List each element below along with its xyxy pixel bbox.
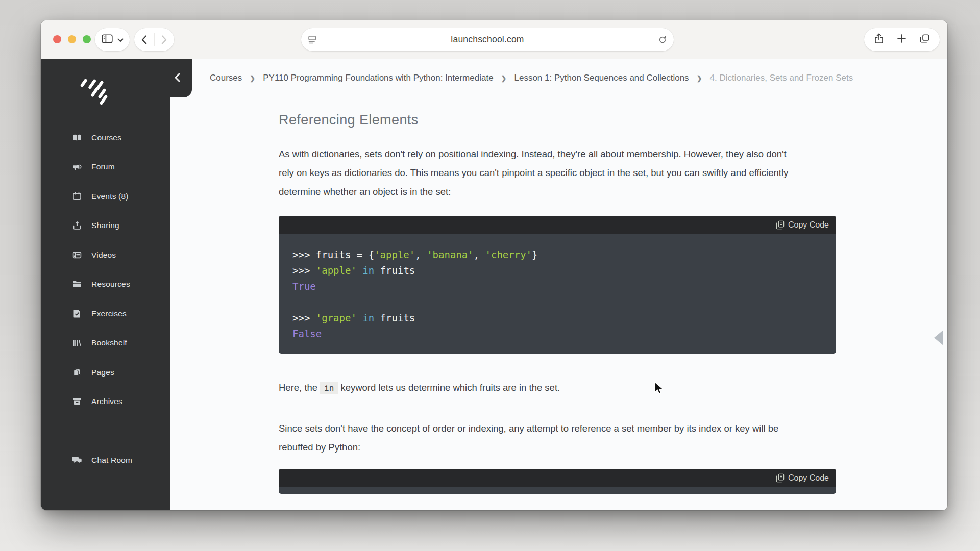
sidebar-toggle-icon — [102, 34, 113, 45]
pages-icon — [71, 367, 83, 378]
launch-school-logo[interactable] — [79, 75, 110, 107]
breadcrumb-item[interactable]: PY110 Programming Foundations with Pytho… — [263, 73, 493, 83]
chevron-down-icon — [117, 35, 124, 44]
copy-code-button[interactable]: Copy Code — [776, 473, 829, 483]
zoom-button[interactable] — [83, 35, 91, 43]
breadcrumb-separator-icon: ❯ — [250, 74, 255, 82]
sidebar-item-label: Sharing — [91, 221, 119, 230]
breadcrumb-separator-icon: ❯ — [501, 74, 507, 82]
sidebar-item-label: Pages — [91, 368, 114, 377]
safari-window: launchschool.com — [41, 20, 947, 510]
check-doc-icon — [71, 308, 83, 319]
archive-icon — [71, 396, 83, 407]
desktop: launchschool.com — [0, 0, 980, 551]
code-listing — [279, 487, 836, 494]
chevron-right-icon — [161, 35, 167, 44]
sidebar-toggle-button[interactable] — [95, 28, 130, 51]
sidebar-item-forum[interactable]: Forum — [41, 153, 947, 182]
film-icon — [71, 249, 83, 261]
back-button[interactable] — [135, 35, 154, 44]
chevron-left-icon — [174, 72, 181, 83]
breadcrumb-separator-icon: ❯ — [697, 74, 702, 82]
calendar-icon — [71, 191, 83, 202]
breadcrumb-item[interactable]: Lesson 1: Python Sequences and Collectio… — [514, 73, 689, 83]
url-text: launchschool.com — [451, 34, 524, 45]
sidebar-item-label: Videos — [91, 251, 116, 260]
reload-icon[interactable] — [658, 36, 667, 46]
folder-icon — [71, 279, 83, 290]
sidebar-item-label: Events (8) — [91, 192, 129, 201]
minimize-button[interactable] — [68, 35, 76, 43]
toolbar-actions — [864, 28, 940, 51]
breadcrumb-item: 4. Dictionaries, Sets and Frozen Sets — [710, 73, 853, 83]
browser-toolbar: launchschool.com — [41, 20, 947, 59]
traffic-lights — [53, 35, 91, 43]
sidebar-item-pages[interactable]: Pages — [41, 358, 947, 387]
breadcrumb: Courses❯PY110 Programming Foundations wi… — [192, 59, 947, 97]
nav-buttons — [134, 28, 174, 51]
window-body: CoursesForumEvents (8)SharingVideosResou… — [41, 59, 947, 510]
reader-view-icon[interactable] — [308, 36, 317, 46]
sidebar-item-events[interactable]: Events (8) — [41, 182, 947, 211]
chevron-left-icon — [141, 35, 147, 44]
sidebar-item-resources[interactable]: Resources — [41, 270, 947, 299]
sidebar-item-sharing[interactable]: Sharing — [41, 211, 947, 241]
tab-overview-button[interactable] — [920, 34, 929, 45]
chat-icon — [71, 455, 83, 466]
sidebar-item-label: Bookshelf — [91, 338, 127, 347]
sidebar-item-courses[interactable]: Courses — [41, 123, 947, 153]
sidebar-header — [41, 59, 192, 97]
sidebar-item-exercises[interactable]: Exercises — [41, 299, 947, 329]
bookshelf-icon — [71, 337, 83, 348]
new-tab-button[interactable] — [897, 34, 906, 45]
sidebar-item-label: Resources — [91, 280, 130, 289]
sidebar-nav: CoursesForumEvents (8)SharingVideosResou… — [41, 123, 947, 475]
sidebar-item-bookshelf[interactable]: Bookshelf — [41, 329, 947, 358]
sidebar-collapse-button[interactable] — [169, 69, 185, 86]
address-bar[interactable]: launchschool.com — [301, 28, 674, 51]
sidebar-item-label: Courses — [91, 133, 121, 142]
sidebar-item-label: Archives — [91, 397, 122, 406]
sidebar-item-label: Forum — [91, 162, 115, 171]
sidebar-item-videos[interactable]: Videos — [41, 240, 947, 270]
megaphone-icon — [71, 161, 83, 172]
sidebar-item-label: Chat Room — [91, 456, 132, 465]
breadcrumb-item[interactable]: Courses — [210, 73, 242, 83]
sidebar-item-label: Exercises — [91, 309, 127, 318]
sidebar-item-archives[interactable]: Archives — [41, 387, 947, 417]
close-button[interactable] — [53, 35, 61, 43]
copy-icon — [776, 473, 785, 483]
book-icon — [71, 132, 83, 143]
share-icon — [71, 220, 83, 231]
forward-button[interactable] — [155, 35, 174, 44]
sidebar-item-chatroom[interactable]: Chat Room — [41, 445, 947, 475]
share-button[interactable] — [874, 33, 884, 46]
